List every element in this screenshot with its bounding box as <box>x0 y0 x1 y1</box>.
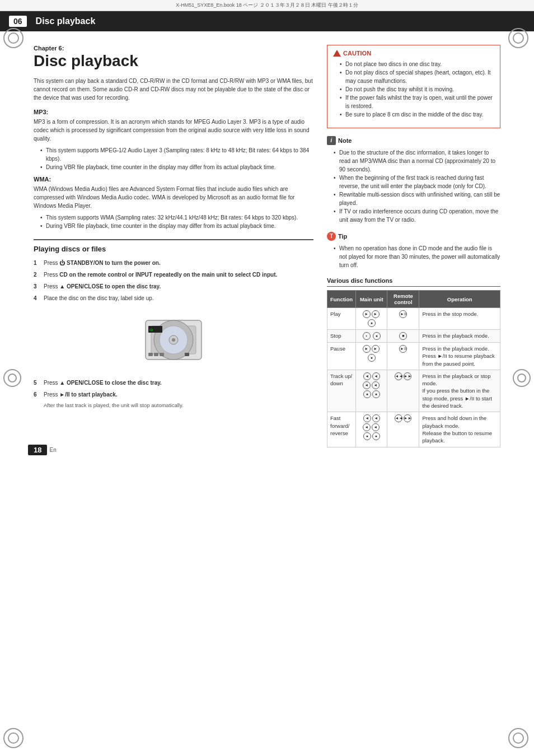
col-main-unit: Main unit <box>356 291 387 308</box>
cell-track-main: ◄ ◄ ◄ ◄ ● ● <box>356 370 387 412</box>
mp3-text: MP3 is a form of compression. It is an a… <box>34 118 313 143</box>
caution-box: CAUTION Do not place two discs in one di… <box>327 45 500 128</box>
cell-stop-function: Stop <box>327 330 356 343</box>
pause-main-icon2: ► <box>372 345 380 353</box>
cell-fast-main: ◄ ◄ ◄ ◄ ● ● <box>356 412 387 447</box>
tip-bullets: When no operation has done in CD mode an… <box>327 244 500 269</box>
page-number-bar: 18 En <box>28 445 57 455</box>
header-title: Disc playback <box>36 16 96 26</box>
table-row-pause: Pause ► ► ● ► <box>327 343 500 370</box>
tip-title: T Tip <box>327 232 500 241</box>
header-bar: 06 Disc playback <box>0 11 534 31</box>
cell-fast-function: Fastforward/reverse <box>327 412 356 447</box>
track-remote-icon2: ►► <box>404 372 411 380</box>
cell-track-remote: ◄◄ ►► <box>387 370 419 412</box>
step-6: 6 Press ►/II to start playback. <box>34 390 313 399</box>
corner-decoration-br <box>508 728 531 750</box>
table-row-stop: Stop • ● ■ <box>327 330 500 343</box>
caution-triangle-icon <box>333 50 341 57</box>
cell-stop-remote: ■ <box>387 330 419 343</box>
caution-bullet-4: If the power fails whilst the tray is op… <box>340 94 494 110</box>
left-column: Chapter 6: Disc playback This system can… <box>34 45 313 447</box>
fast-remote-icon1: ◄◄ <box>395 414 402 422</box>
tip-bullet-1: When no operation has done in CD mode an… <box>334 244 500 269</box>
tip-box: T Tip When no operation has done in CD m… <box>327 232 500 269</box>
cell-stop-main: • ● <box>356 330 387 343</box>
stop-main-icon1: • <box>363 332 371 340</box>
wma-bullet-1: This system supports WMA (Sampling rates… <box>40 213 313 222</box>
cell-stop-op: Press in the playback mode. <box>419 330 500 343</box>
cell-pause-op: Press in the playback mode.Press ►/II to… <box>419 343 500 370</box>
right-column: CAUTION Do not place two discs in one di… <box>327 45 500 447</box>
cell-pause-function: Pause <box>327 343 356 370</box>
note-bullet-4: If TV or radio interference occurs durin… <box>334 207 500 224</box>
fast-main-icon5: ● <box>363 432 371 440</box>
cell-pause-remote: ►II <box>387 343 419 370</box>
chapter-label: Chapter 6: <box>34 45 313 52</box>
mp3-bullet-2: During VBR file playback, time counter i… <box>40 163 313 171</box>
track-main-icon5: ● <box>363 390 371 398</box>
chapter-number: 06 <box>9 16 27 27</box>
pause-main-icon3: ● <box>368 354 376 362</box>
intro-text: This system can play back a standard CD,… <box>34 77 313 102</box>
step-1: 1 Press ⏻ STANDBY/ON to turn the power o… <box>34 259 313 267</box>
step-3: 3 Press ▲ OPEN/CLOSE to open the disc tr… <box>34 282 313 291</box>
playing-section-title: Playing discs or files <box>34 239 313 253</box>
mp3-heading: MP3: <box>34 109 313 115</box>
stop-main-icon2: ● <box>373 332 381 340</box>
fast-main-icon3: ◄ <box>363 423 371 431</box>
play-main-icon2: ► <box>372 310 380 318</box>
two-column-layout: Chapter 6: Disc playback This system can… <box>34 45 500 447</box>
svg-point-5 <box>172 338 175 342</box>
cell-play-main: ► ► ● <box>356 308 387 330</box>
disc-functions-table: Function Main unit Remote control Operat… <box>327 290 500 447</box>
table-row-play: Play ► ► ● ►I <box>327 308 500 330</box>
caution-title: CAUTION <box>333 50 494 57</box>
caution-bullets: Do not place two discs in one disc tray.… <box>333 60 494 119</box>
svg-rect-6 <box>148 353 153 356</box>
svg-rect-8 <box>160 353 164 356</box>
cell-play-remote: ►II <box>387 308 419 330</box>
corner-decoration-bl <box>3 728 26 750</box>
table-section: Various disc functions Function Main uni… <box>327 277 500 447</box>
mp3-bullet-1: This system supports MPEG-1/2 Audio Laye… <box>40 146 313 163</box>
col-operation: Operation <box>419 291 500 308</box>
play-main-icon1: ► <box>363 310 371 318</box>
mp3-bullets: This system supports MPEG-1/2 Audio Laye… <box>34 146 313 171</box>
note-bullets: Due to the structure of the disc informa… <box>327 148 500 224</box>
track-remote-icon1: ◄◄ <box>395 372 402 380</box>
caution-bullet-1: Do not place two discs in one disc tray. <box>340 60 494 68</box>
fast-main-icon4: ◄ <box>372 423 380 431</box>
fast-main-icon2: ◄ <box>372 414 380 422</box>
track-main-icon3: ◄ <box>363 381 371 389</box>
main-content: Chapter 6: Disc playback This system can… <box>0 31 534 461</box>
note-bullet-1: Due to the structure of the disc informa… <box>334 148 500 174</box>
caution-bullet-3: Do not push the disc tray whilst it is m… <box>340 85 494 94</box>
note-bullet-3: Rewritable multi-session discs with unfi… <box>334 190 500 207</box>
step-4: 4 Place the disc on the disc tray, label… <box>34 294 313 302</box>
cell-pause-main: ► ► ● <box>356 343 387 370</box>
track-main-icon6: ● <box>372 390 380 398</box>
cell-play-op: Press in the stop mode. <box>419 308 500 330</box>
step-5: 5 Press ▲ OPEN/CLOSE to close the disc t… <box>34 379 313 387</box>
cell-track-function: Track up/down <box>327 370 356 412</box>
tip-icon: T <box>327 232 336 241</box>
col-remote: Remote control <box>387 291 419 308</box>
step-6-extra: After the last track is played, the unit… <box>34 402 313 408</box>
track-main-icon4: ◄ <box>372 381 380 389</box>
play-main-icon3: ● <box>368 319 376 327</box>
fast-main-icon6: ● <box>372 432 380 440</box>
track-main-icon2: ◄ <box>372 372 380 380</box>
page-language: En <box>49 447 56 453</box>
fast-remote-icon2: ►► <box>404 414 411 422</box>
table-title: Various disc functions <box>327 277 500 287</box>
disc-image: CD <box>34 309 313 372</box>
page-number: 18 <box>28 445 47 455</box>
track-main-icon1: ◄ <box>363 372 371 380</box>
wma-bullets: This system supports WMA (Sampling rates… <box>34 213 313 230</box>
cell-fast-op: Press and hold down in the playback mode… <box>419 412 500 447</box>
stop-remote-icon: ■ <box>399 332 407 340</box>
note-box: i Note Due to the structure of the disc … <box>327 136 500 224</box>
table-row-track: Track up/down ◄ ◄ ◄ ◄ ● ● <box>327 370 500 412</box>
step-2: 2 Press CD on the remote control or INPU… <box>34 270 313 279</box>
